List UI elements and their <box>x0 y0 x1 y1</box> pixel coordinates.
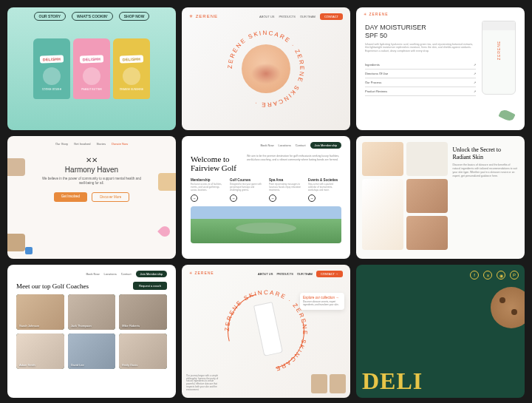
product-title: DAY MOISTURISER SPF 50 <box>365 24 476 40</box>
nav-item[interactable]: Contact <box>296 143 306 147</box>
nav-item[interactable]: ABOUT US <box>259 15 274 18</box>
callout-card[interactable]: Explore our collection → Discover skinca… <box>300 293 344 310</box>
arrow-button[interactable]: → <box>269 194 276 202</box>
coach-card[interactable]: Sarah Johnson <box>16 294 64 330</box>
card-zerene-hero[interactable]: ✳ ZERENE ABOUT US PRODUCTS OUR TEAM CONT… <box>182 265 350 398</box>
pouch-graphic-icon <box>83 67 100 85</box>
accordion-row[interactable]: Product Reviews↗ <box>365 87 476 96</box>
coach-card[interactable]: David Lee <box>68 333 116 369</box>
card-golf-coaches[interactable]: Book Now Locations Contact Join Membersh… <box>7 265 176 398</box>
pouch-pink: DELISHH PEANUT BUTTER <box>73 38 110 99</box>
feature-columns: MembershipExclusive access to all facili… <box>191 178 341 202</box>
feature-col: Spa AreaFrom rejuvenating massages to lu… <box>269 178 302 202</box>
zerene-logo[interactable]: ✳ ZERENE <box>364 12 389 16</box>
nav-item[interactable]: Book Now <box>86 272 99 276</box>
accordion-row[interactable]: Ingredients↗ <box>365 61 476 70</box>
card-radiant-skin[interactable]: Unlock the Secret to Radiant Skin Discov… <box>356 136 525 259</box>
nav-item[interactable]: OUR STORY <box>34 12 66 21</box>
accordion-row[interactable]: Our Process↗ <box>365 78 476 87</box>
arrow-button[interactable]: → <box>308 194 316 202</box>
secondary-button[interactable]: Discover More <box>92 192 129 202</box>
coach-card[interactable]: Emily Davis <box>119 333 167 369</box>
coach-card[interactable]: Mike Roberts <box>119 294 167 330</box>
zerene-logo[interactable]: ✳ ZERENE <box>189 271 214 275</box>
nav-item[interactable]: Locations <box>104 272 117 276</box>
membership-button[interactable]: Join Membership <box>136 271 167 277</box>
nav-item[interactable]: OUR TEAM <box>300 15 316 18</box>
contact-button[interactable]: CONTACT → <box>316 271 343 277</box>
logo-glyph-icon: ✕✕ <box>86 156 98 164</box>
golf-nav: Book Now Locations Contact Join Membersh… <box>16 271 167 277</box>
primary-button[interactable]: Get Involved <box>54 192 87 202</box>
social-links: f ✕ ◉ P <box>362 271 519 280</box>
coach-name: Sarah Johnson <box>19 324 39 328</box>
request-coach-button[interactable]: Request a coach <box>133 282 167 290</box>
golf-nav: Book Now Locations Contact Join Membersh… <box>191 142 341 149</box>
bottom-left-text: Our journey began with a simple philosop… <box>186 375 222 392</box>
card-delishh-packaging[interactable]: OUR STORY WHAT'S COOKIN' SHOP NOW DELISH… <box>7 7 176 130</box>
accordion-list: Ingredients↗ Directions Of Use↗ Our Proc… <box>365 61 476 96</box>
flower-icon <box>157 224 172 239</box>
nav-item[interactable]: Contact <box>121 272 132 276</box>
nav-item[interactable]: PRODUCTS <box>276 272 293 276</box>
zerene-logo[interactable]: ✳ ZERENE <box>189 13 218 18</box>
nav-item[interactable]: Donate Now <box>112 142 128 146</box>
section-body: Discover the basics of skincare and the … <box>452 163 519 178</box>
delishh-nav: OUR STORY WHAT'S COOKIN' SHOP NOW <box>7 12 176 21</box>
nav-item[interactable]: Locations <box>279 143 291 147</box>
hero-center: ZERENE SKINCARE · ZERENE SKINCARE <box>222 287 310 376</box>
thumb-strip <box>311 374 346 393</box>
callout-body: Discover skincare secrets, expert ingred… <box>303 301 341 307</box>
card-moisturiser[interactable]: ✳ ZERENE DAY MOISTURISER SPF 50 Infused … <box>356 7 525 130</box>
nav-item[interactable]: Get Involved <box>74 142 90 146</box>
nav-item[interactable]: SHOP NOW <box>119 12 150 21</box>
text-block: Unlock the Secret to Radiant Skin Discov… <box>452 142 519 253</box>
accordion-row[interactable]: Directions Of Use↗ <box>365 70 476 78</box>
membership-button[interactable]: Join Membership <box>310 142 341 149</box>
zerene-nav: ABOUT US PRODUCTS OUR TEAM CONTACT → <box>258 271 343 277</box>
instagram-icon[interactable]: ◉ <box>497 271 505 280</box>
card-fairview-golf[interactable]: Book Now Locations Contact Join Membersh… <box>182 136 350 259</box>
arrow-button[interactable]: → <box>191 194 198 202</box>
feature-col: MembershipExclusive access to all facili… <box>191 178 224 202</box>
cookie-icon <box>491 287 525 328</box>
nav-item[interactable]: ABOUT US <box>258 272 273 276</box>
harmony-nav: Our Story Get Involved Stories Donate No… <box>55 142 128 146</box>
twitter-icon[interactable]: ✕ <box>483 271 492 280</box>
nav-item[interactable]: Our Story <box>55 142 68 146</box>
nav-item[interactable]: Stories <box>97 142 106 146</box>
nav-item[interactable]: OUR TEAM <box>297 272 313 276</box>
coach-card[interactable]: Jack Thompson <box>68 294 116 330</box>
card-harmony-haven[interactable]: Our Story Get Involved Stories Donate No… <box>7 136 176 259</box>
pouch-brand: DELISHH <box>120 55 143 63</box>
cta-group: Get Involved Discover More <box>54 192 129 202</box>
nav-item[interactable]: PRODUCTS <box>279 15 295 18</box>
pouch-yellow: DELISHH ORANGE SUNSHINE <box>113 38 150 99</box>
photo-grid <box>362 142 448 253</box>
pinterest-icon[interactable]: P <box>510 271 519 280</box>
section-title: Unlock the Secret to Radiant Skin <box>452 146 519 160</box>
facebook-icon[interactable]: f <box>470 271 479 280</box>
section-header: Meet our top Golf Coaches Request a coac… <box>16 282 167 290</box>
card-delishh-footer[interactable]: f ✕ ◉ P DELI <box>356 265 525 398</box>
leaf-icon <box>498 108 515 122</box>
brand-wordmark: DELI <box>362 370 519 392</box>
pouch-graphic-icon <box>43 67 61 85</box>
coach-name: David Lee <box>71 363 84 367</box>
pouch-brand: DELISHH <box>40 55 64 63</box>
intro-text: We aim to be the premier destination for… <box>247 155 341 161</box>
arrow-button[interactable]: → <box>230 194 237 202</box>
coach-grid: Sarah Johnson Jack Thompson Mike Roberts… <box>16 294 167 369</box>
tube-graphic: ZERENE <box>482 21 516 95</box>
coach-name: Jack Thompson <box>71 324 92 328</box>
card-zerene-circular[interactable]: ✳ ZERENE ABOUT US PRODUCTS OUR TEAM CONT… <box>182 7 350 130</box>
pouch-flavor: PEANUT BUTTER <box>81 88 102 91</box>
circular-hero: ZERENE SKINCARE · ZERENE SKINCARE · <box>225 28 307 109</box>
callout-title: Explore our collection → <box>303 296 341 299</box>
coach-card[interactable]: Adam Smith <box>16 333 64 369</box>
coach-name: Adam Smith <box>19 363 35 367</box>
nav-item[interactable]: WHAT'S COOKIN' <box>72 12 113 21</box>
page-title: Welcome to Fairview Golf <box>191 155 236 172</box>
contact-button[interactable]: CONTACT <box>320 13 343 20</box>
nav-item[interactable]: Book Now <box>260 143 273 147</box>
